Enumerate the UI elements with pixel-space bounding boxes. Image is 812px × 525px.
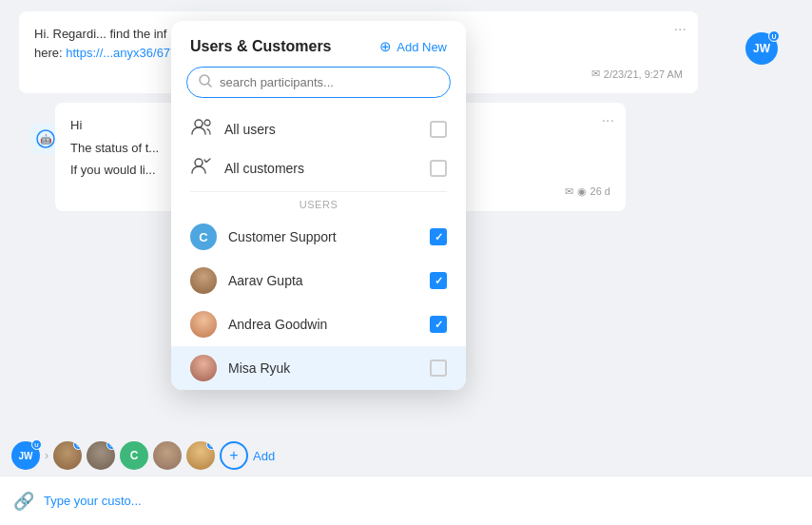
search-input[interactable]	[220, 75, 438, 89]
avatar-andrea	[190, 311, 217, 338]
users-customers-dropdown: Users & Customers ⊕ Add New All users	[171, 21, 466, 390]
dropdown-header: Users & Customers ⊕ Add New	[171, 21, 466, 67]
svg-text:🤖: 🤖	[40, 133, 52, 146]
envelope-icon: ✉	[591, 68, 600, 80]
add-new-button[interactable]: ⊕ Add New	[379, 38, 447, 55]
all-users-checkbox[interactable]	[430, 121, 447, 138]
avatars-bar: JW U › U U C U + Add	[0, 436, 812, 476]
badge-u-5: U	[206, 441, 215, 450]
user-row-misa[interactable]: Misa Ryuk	[171, 346, 466, 390]
more-options-button[interactable]: ···	[674, 21, 686, 38]
badge-u: U	[768, 30, 780, 42]
all-customers-icon	[190, 157, 213, 179]
user-checkbox-customer-support[interactable]	[430, 228, 447, 245]
badge-u-1: U	[73, 441, 82, 450]
input-placeholder[interactable]: Type your custo...	[44, 494, 142, 508]
user-label-customer-support: Customer Support	[228, 229, 418, 244]
users-section-label: USERS	[171, 196, 466, 215]
user-checkbox-misa[interactable]	[430, 360, 447, 377]
svg-point-4	[195, 120, 203, 127]
all-customers-label: All customers	[224, 161, 418, 176]
avatar-aarav	[190, 267, 217, 294]
envelope-icon-2: ✉	[565, 185, 573, 198]
input-bar: 🔗 Type your custo...	[0, 476, 812, 525]
user-checkbox-aarav[interactable]	[430, 272, 447, 289]
attachment-icon[interactable]: 🔗	[13, 491, 34, 512]
all-users-label: All users	[224, 122, 418, 137]
user-row-customer-support[interactable]: C Customer Support	[171, 215, 466, 259]
all-customers-checkbox[interactable]	[430, 160, 447, 177]
svg-line-3	[208, 84, 211, 87]
avatar-misa	[190, 355, 217, 381]
all-users-row[interactable]: All users	[171, 109, 466, 148]
user-label-aarav: Aarav Gupta	[228, 273, 418, 288]
participant-avatar-4[interactable]	[153, 441, 182, 470]
badge-u-2: U	[106, 441, 115, 450]
all-customers-row[interactable]: All customers	[171, 148, 466, 187]
all-users-icon	[190, 118, 213, 140]
participant-avatar-5[interactable]: U	[186, 441, 215, 470]
user-row-andrea[interactable]: Andrea Goodwin	[171, 302, 466, 346]
add-label[interactable]: Add	[253, 449, 275, 463]
participant-avatar-3-c[interactable]: C	[120, 441, 148, 470]
badge-u-jw: U	[31, 439, 42, 450]
avatar-jw: JW U	[745, 32, 778, 65]
svg-point-5	[204, 120, 210, 126]
user-label-andrea: Andrea Goodwin	[228, 317, 418, 332]
participant-avatar-2[interactable]: U	[87, 441, 115, 470]
chevron-icon: ›	[45, 449, 48, 462]
add-participant-button[interactable]: +	[220, 441, 248, 470]
user-label-misa: Misa Ryuk	[228, 360, 418, 376]
plus-circle-icon: ⊕	[379, 38, 392, 55]
user-checkbox-andrea[interactable]	[430, 316, 447, 333]
svg-point-6	[195, 159, 203, 166]
search-box[interactable]	[186, 67, 451, 98]
participant-avatar-jw[interactable]: JW U	[11, 441, 40, 470]
participant-avatar-1[interactable]: U	[53, 441, 82, 470]
more-options-button-2[interactable]: ···	[602, 112, 614, 129]
dropdown-title: Users & Customers	[190, 38, 332, 55]
user-row-aarav[interactable]: Aarav Gupta	[171, 259, 466, 302]
search-icon	[199, 74, 212, 90]
eye-icon: ◉	[577, 185, 587, 198]
avatar-customer-support: C	[190, 224, 217, 250]
